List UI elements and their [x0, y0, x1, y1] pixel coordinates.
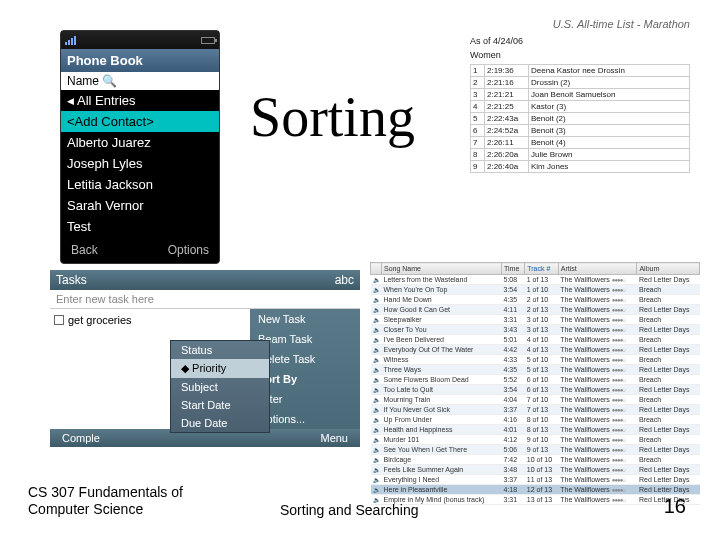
- all-entries-row[interactable]: ◀All Entries: [61, 90, 219, 111]
- column-header[interactable]: Track #: [525, 263, 559, 275]
- contact-row[interactable]: Sarah Vernor: [61, 195, 219, 216]
- phone-status-bar: [61, 31, 219, 49]
- marathon-group: Women: [470, 50, 690, 60]
- submenu-item[interactable]: Status: [171, 341, 269, 359]
- speaker-icon: 🔈: [371, 485, 382, 495]
- column-header[interactable]: Song Name: [382, 263, 502, 275]
- contact-row[interactable]: Alberto Juarez: [61, 132, 219, 153]
- speaker-icon: 🔈: [371, 405, 382, 415]
- rating-icon: ●●●●○: [612, 467, 625, 473]
- checkbox-icon[interactable]: [54, 315, 64, 325]
- table-row[interactable]: 🔈See You When I Get There5:069 of 13The …: [371, 445, 700, 455]
- table-row[interactable]: 🔈If You Never Got Sick3:377 of 13The Wal…: [371, 405, 700, 415]
- table-row[interactable]: 🔈I've Been Delivered5:014 of 10The Wallf…: [371, 335, 700, 345]
- contact-row[interactable]: Test: [61, 216, 219, 237]
- rating-icon: ●●●●○: [612, 437, 625, 443]
- search-icon: 🔍: [102, 74, 117, 88]
- rating-icon: ●●●●○: [612, 317, 625, 323]
- column-header[interactable]: Album: [637, 263, 700, 275]
- table-row[interactable]: 🔈Letters from the Wasteland5:081 of 13Th…: [371, 275, 700, 285]
- table-row[interactable]: 🔈Here in Pleasantville4:1812 of 13The Wa…: [371, 485, 700, 495]
- column-header[interactable]: Artist: [558, 263, 637, 275]
- new-task-input[interactable]: Enter new task here: [50, 290, 360, 309]
- table-row[interactable]: 🔈Everything I Need3:3711 of 13The Wallfl…: [371, 475, 700, 485]
- submenu-item[interactable]: Start Date: [171, 396, 269, 414]
- rating-icon: ●●●●○: [612, 357, 625, 363]
- speaker-icon: 🔈: [371, 285, 382, 295]
- task-label: get groceries: [68, 314, 132, 326]
- rating-icon: ●●●●○: [612, 407, 625, 413]
- softkey-menu[interactable]: Menu: [320, 432, 348, 444]
- speaker-icon: 🔈: [371, 435, 382, 445]
- contact-row[interactable]: Joseph Lyles: [61, 153, 219, 174]
- table-row: 12:19:36Deena Kastor nee Drossin: [471, 65, 690, 77]
- softkey-complete[interactable]: Comple: [62, 432, 100, 444]
- triangle-left-icon: ◀: [67, 96, 74, 106]
- table-row[interactable]: 🔈Everybody Out Of The Water4:424 of 13Th…: [371, 345, 700, 355]
- footer-center: Sorting and Searching: [280, 502, 419, 518]
- table-row[interactable]: 🔈Too Late to Quit3:546 of 13The Wallflow…: [371, 385, 700, 395]
- table-row[interactable]: 🔈Murder 1014:129 of 10The Wallflowers ●●…: [371, 435, 700, 445]
- menu-item[interactable]: New Task: [250, 309, 360, 329]
- speaker-icon: 🔈: [371, 395, 382, 405]
- itunes-panel: Song NameTimeTrack #ArtistAlbum 🔈Letters…: [370, 262, 700, 505]
- task-row[interactable]: get groceries: [54, 313, 246, 327]
- rating-icon: ●●●●○: [612, 457, 625, 463]
- speaker-icon: 🔈: [371, 455, 382, 465]
- table-row[interactable]: 🔈Up From Under4:168 of 10The Wallflowers…: [371, 415, 700, 425]
- song-table: Song NameTimeTrack #ArtistAlbum 🔈Letters…: [370, 262, 700, 505]
- speaker-icon: 🔈: [371, 315, 382, 325]
- speaker-icon: 🔈: [371, 475, 382, 485]
- rating-icon: ●●●●○: [612, 377, 625, 383]
- rating-icon: ●●●●○: [612, 427, 625, 433]
- slide-title: Sorting: [250, 85, 415, 149]
- marathon-panel: U.S. All-time List - Marathon As of 4/24…: [470, 18, 690, 173]
- table-row[interactable]: 🔈Feels Like Summer Again3:4810 of 13The …: [371, 465, 700, 475]
- submenu-item[interactable]: ◆ Priority: [171, 359, 269, 378]
- table-row[interactable]: 🔈Birdcage7:4210 of 10The Wallflowers ●●●…: [371, 455, 700, 465]
- table-row: 62:24:52aBenoit (3): [471, 125, 690, 137]
- add-contact-row[interactable]: <Add Contact>: [61, 111, 219, 132]
- marathon-asof: As of 4/24/06: [470, 36, 690, 46]
- table-row[interactable]: 🔈Hand Me Down4:352 of 10The Wallflowers …: [371, 295, 700, 305]
- table-row[interactable]: 🔈Closer To You3:433 of 13The Wallflowers…: [371, 325, 700, 335]
- speaker-icon: 🔈: [371, 325, 382, 335]
- table-row: 42:21:25Kastor (3): [471, 101, 690, 113]
- softkey-back[interactable]: Back: [71, 243, 98, 257]
- table-row[interactable]: 🔈Health and Happiness4:018 of 13The Wall…: [371, 425, 700, 435]
- battery-icon: [201, 37, 215, 44]
- table-row: 92:26:40aKim Jones: [471, 161, 690, 173]
- table-row[interactable]: 🔈Empire in My Mind (bonus track)3:3113 o…: [371, 495, 700, 505]
- footer-left: CS 307 Fundamentals of Computer Science: [28, 484, 183, 518]
- speaker-icon: 🔈: [371, 365, 382, 375]
- marathon-header: U.S. All-time List - Marathon: [470, 18, 690, 30]
- table-row: 52:22:43aBenoit (2): [471, 113, 690, 125]
- table-row[interactable]: 🔈When You're On Top3:541 of 10The Wallfl…: [371, 285, 700, 295]
- table-row[interactable]: 🔈Sleepwalker3:313 of 10The Wallflowers ●…: [371, 315, 700, 325]
- column-header[interactable]: Time: [502, 263, 525, 275]
- speaker-icon: 🔈: [371, 295, 382, 305]
- submenu-item[interactable]: Subject: [171, 378, 269, 396]
- table-row[interactable]: 🔈Some Flowers Bloom Dead5:526 of 10The W…: [371, 375, 700, 385]
- softkey-options[interactable]: Options: [168, 243, 209, 257]
- name-field-label[interactable]: Name 🔍: [61, 72, 219, 90]
- page-number: 16: [664, 495, 686, 518]
- table-row[interactable]: 🔈Three Ways4:355 of 13The Wallflowers ●●…: [371, 365, 700, 375]
- speaker-icon: 🔈: [371, 465, 382, 475]
- rating-icon: ●●●●○: [612, 287, 625, 293]
- table-row[interactable]: 🔈Witness4:335 of 10The Wallflowers ●●●●○…: [371, 355, 700, 365]
- submenu-item[interactable]: Due Date: [171, 414, 269, 432]
- tasks-panel: Tasks abc Enter new task here get grocer…: [50, 270, 360, 447]
- speaker-icon: 🔈: [371, 275, 382, 285]
- rating-icon: ●●●●○: [612, 447, 625, 453]
- speaker-icon: 🔈: [371, 425, 382, 435]
- table-row[interactable]: 🔈How Good it Can Get4:112 of 13The Wallf…: [371, 305, 700, 315]
- table-row[interactable]: 🔈Mourning Train4:047 of 10The Wallflower…: [371, 395, 700, 405]
- speaker-icon: 🔈: [371, 355, 382, 365]
- rating-icon: ●●●●○: [612, 347, 625, 353]
- table-header-row: Song NameTimeTrack #ArtistAlbum: [371, 263, 700, 275]
- contact-row[interactable]: Letitia Jackson: [61, 174, 219, 195]
- speaker-icon: 🔈: [371, 385, 382, 395]
- rating-icon: ●●●●○: [612, 277, 625, 283]
- table-row: 72:26:11Benoit (4): [471, 137, 690, 149]
